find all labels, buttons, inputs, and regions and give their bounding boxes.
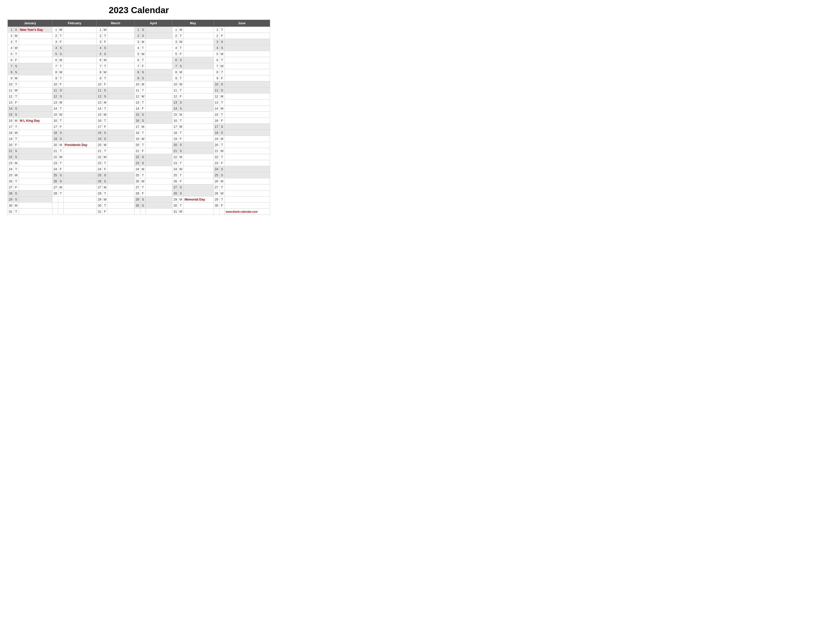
day-number: 21 (172, 148, 178, 154)
day-number: 23 (96, 160, 103, 166)
event-cell (146, 160, 172, 166)
day-letter: S (219, 45, 225, 51)
day-number: 13 (172, 100, 178, 106)
event-cell (108, 166, 135, 172)
day-number: 26 (135, 178, 140, 184)
empty-event (63, 209, 96, 215)
day-letter: S (13, 112, 19, 118)
day-number: 18 (135, 130, 140, 136)
event-cell (19, 87, 52, 93)
day-letter: T (103, 190, 108, 196)
event-cell (225, 203, 270, 209)
day-number: 11 (214, 87, 219, 93)
event-cell (63, 27, 96, 33)
day-letter: T (140, 100, 146, 106)
day-number: 13 (135, 100, 140, 106)
event-cell (225, 178, 270, 184)
day-number: 30 (135, 203, 140, 209)
event-cell (63, 112, 96, 118)
day-letter: W (58, 27, 64, 33)
event-cell (225, 142, 270, 148)
day-letter: S (103, 87, 108, 93)
event-cell (183, 124, 214, 130)
event-cell (225, 100, 270, 106)
day-number: 21 (135, 148, 140, 154)
event-cell (146, 203, 172, 209)
day-number: 28 (172, 190, 178, 196)
event-cell (225, 93, 270, 100)
event-cell (19, 148, 52, 154)
day-letter: M (103, 57, 108, 63)
event-cell (108, 69, 135, 75)
event-cell (19, 75, 52, 81)
event-cell (146, 51, 172, 57)
day-number: 6 (8, 57, 14, 63)
day-letter: F (13, 184, 19, 190)
day-number: 2 (214, 33, 219, 39)
day-number: 10 (8, 81, 14, 87)
day-number: 17 (8, 124, 14, 130)
event-cell (225, 81, 270, 87)
day-number: 16 (8, 118, 14, 124)
day-letter: T (103, 33, 108, 39)
day-number: 17 (96, 124, 103, 130)
event-cell (146, 106, 172, 112)
event-cell (146, 130, 172, 136)
event-cell (108, 118, 135, 124)
day-number: 5 (8, 51, 14, 57)
day-letter: W (103, 154, 108, 160)
day-letter: M (178, 27, 183, 33)
day-letter: S (140, 27, 146, 33)
event-cell (63, 63, 96, 69)
day-number: 1 (135, 27, 140, 33)
day-number: 19 (135, 136, 140, 142)
day-number: 12 (96, 93, 103, 100)
day-letter: W (58, 69, 64, 75)
day-letter: T (219, 196, 225, 203)
day-letter: S (140, 160, 146, 166)
day-letter: T (103, 75, 108, 81)
day-number: 23 (214, 160, 219, 166)
event-cell (63, 136, 96, 142)
day-letter: T (58, 33, 64, 39)
day-number: 28 (214, 190, 219, 196)
event-cell (183, 142, 214, 148)
day-number: 15 (214, 112, 219, 118)
day-letter: M (58, 57, 64, 63)
day-number: 19 (172, 136, 178, 142)
event-cell (225, 196, 270, 203)
day-number: 7 (96, 63, 103, 69)
day-number: 23 (53, 160, 58, 166)
day-letter: S (178, 142, 183, 148)
event-cell (19, 142, 52, 148)
day-letter: F (13, 57, 19, 63)
event-cell (146, 75, 172, 81)
day-number: 1 (8, 27, 14, 33)
day-number: 2 (172, 33, 178, 39)
day-letter: S (178, 63, 183, 69)
event-cell (183, 87, 214, 93)
day-number: 11 (53, 87, 58, 93)
day-number: 24 (172, 166, 178, 172)
day-letter: W (103, 196, 108, 203)
day-letter: M (13, 160, 19, 166)
event-cell (183, 118, 214, 124)
empty-event (63, 196, 96, 203)
day-letter: M (13, 75, 19, 81)
day-letter: S (58, 93, 64, 100)
day-letter: S (219, 130, 225, 136)
day-number: 31 (8, 209, 14, 215)
day-number: 30 (172, 203, 178, 209)
event-cell (19, 160, 52, 166)
event-cell (146, 63, 172, 69)
day-letter: T (140, 172, 146, 178)
empty-day-num (135, 209, 140, 215)
event-cell (225, 130, 270, 136)
calendar-table: January February March April May June 1S… (8, 20, 270, 215)
day-number: 20 (8, 142, 14, 148)
event-cell (108, 57, 135, 63)
day-number: 8 (96, 69, 103, 75)
day-number: 12 (172, 93, 178, 100)
event-cell (19, 93, 52, 100)
day-letter: T (140, 45, 146, 51)
